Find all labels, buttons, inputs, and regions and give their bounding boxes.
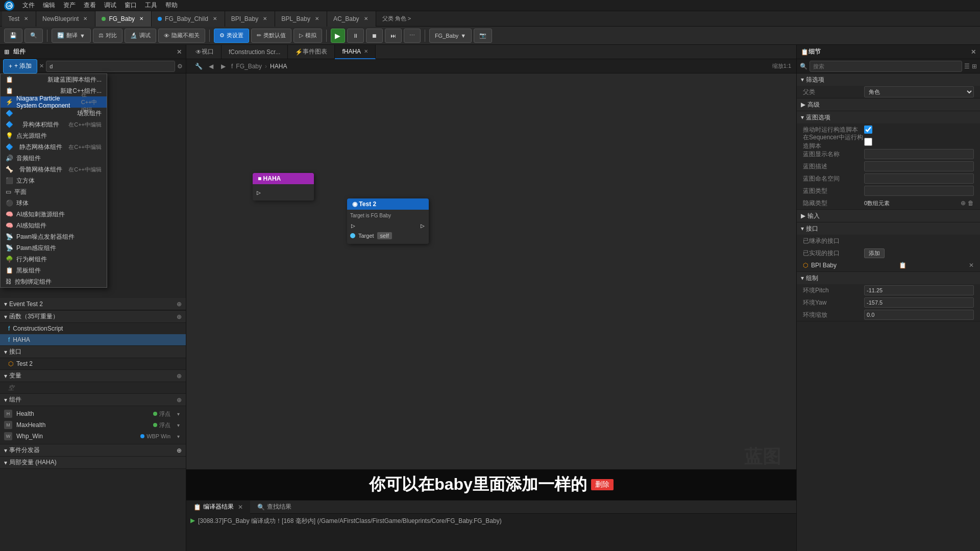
dropdown-sphere[interactable]: ⚫ 球体 (1, 197, 107, 209)
tab-test-close[interactable]: ✕ (22, 15, 30, 22)
compare-btn[interactable]: ⚖ 对比 (93, 29, 122, 43)
hidden-type-add-icon[interactable]: ⊕ (961, 199, 966, 207)
dropdown-plane[interactable]: ▭ 平面 (1, 186, 107, 197)
interface-bpibaby-close[interactable]: ✕ (969, 262, 974, 269)
camera-btn[interactable]: 📷 (474, 29, 492, 43)
dropdown-static-mesh[interactable]: 🔷 静态网格体组件 在C++中编辑 (1, 141, 107, 153)
menu-file[interactable]: 文件 (22, 1, 35, 10)
tab-fgbaby[interactable]: FG_Baby ✕ (95, 11, 152, 27)
tab-acbaby[interactable]: AC_Baby ✕ (327, 11, 376, 27)
dropdown-pawn-sensing[interactable]: 📡 Pawn感应组件 (1, 242, 107, 254)
more-btn[interactable]: ⋯ (404, 29, 421, 43)
input-section-header[interactable]: ▶ 输入 (797, 210, 980, 222)
sub-tab-construction[interactable]: f Construction Scr... (222, 45, 288, 59)
compile-btn[interactable]: ⚙ 类设置 (214, 29, 249, 43)
tab-newblueprint-close[interactable]: ✕ (82, 15, 89, 22)
func-haha[interactable]: f HAHA (0, 334, 186, 345)
func-construction[interactable]: f ConstructionScript (0, 323, 186, 334)
tab-bpibaby[interactable]: BPI_Baby ✕ (225, 11, 275, 27)
run-sequencer-checkbox[interactable] (864, 138, 872, 146)
advanced-section-header[interactable]: ▶ 高级 (797, 98, 980, 111)
tab-bpibaby-close[interactable]: ✕ (261, 15, 268, 22)
sub-tab-eventgraph[interactable]: ⚡ 事件图表 (288, 45, 335, 59)
filter-section-header[interactable]: ▾ 筛选项 (797, 73, 980, 86)
tab-fgbaby-child[interactable]: FG_Baby_Child ✕ (152, 11, 225, 27)
maxhealth-expand[interactable]: ▾ (175, 421, 182, 429)
tab-bplbaby-close[interactable]: ✕ (313, 15, 321, 22)
event-dispatch-header2[interactable]: ▾ 事件分发器 ⊕ (0, 444, 186, 457)
subtitle-delete-btn[interactable]: 删除 (591, 479, 614, 490)
dropdown-niagara[interactable]: ⚡ Niagara Particle System Component 在C++… (1, 96, 107, 108)
pause-btn[interactable]: ⏸ (347, 29, 364, 43)
tab-test[interactable]: Test ✕ (2, 11, 36, 27)
menu-edit[interactable]: 编辑 (43, 1, 55, 10)
translate-btn[interactable]: 🔄 翻译 ▼ (52, 29, 91, 43)
bp-options-header[interactable]: ▾ 蓝图选项 (797, 111, 980, 123)
scale-input[interactable] (864, 310, 974, 320)
test2-node[interactable]: ◉ Test 2 Target is FG Baby ▷ ▷ Target se… (347, 198, 429, 244)
add-component-btn[interactable]: + + 添加 (3, 59, 37, 73)
interface-test2[interactable]: ⬡ Test 2 (0, 358, 186, 369)
debug-btn[interactable]: 🔬 调试 (125, 29, 156, 43)
bp-type-input[interactable] (864, 186, 974, 196)
run-construct-checkbox[interactable] (864, 126, 872, 134)
stop-btn[interactable]: ⏹ (366, 29, 383, 43)
sub-tab-viewport[interactable]: 👁 视口 (188, 45, 222, 59)
tab-fgbabychild-close[interactable]: ✕ (211, 15, 218, 22)
search-toolbar-btn[interactable]: 🔍 (24, 29, 43, 43)
simulation-btn[interactable]: ▷ 模拟 (293, 29, 322, 43)
whpwin-expand[interactable]: ▾ (175, 433, 182, 440)
menu-debug[interactable]: 调试 (104, 1, 116, 10)
health-expand[interactable]: ▾ (175, 410, 182, 417)
dropdown-control-rig[interactable]: ⛓ 控制绑定组件 (1, 276, 107, 287)
tab-newblueprint[interactable]: NewBlueprint ✕ (36, 11, 95, 27)
tab-bplbaby[interactable]: BPL_Baby ✕ (275, 11, 327, 27)
dropdown-behavior-tree[interactable]: 🌳 行为树组件 (1, 254, 107, 265)
menu-tools[interactable]: 工具 (145, 1, 157, 10)
replication-header[interactable]: ▾ 组制 (797, 272, 980, 284)
event-dispatch-add[interactable]: ⊕ (177, 300, 182, 308)
defaults-btn[interactable]: ✏ 类默认值 (251, 29, 291, 43)
implemented-add-btn[interactable]: 添加 (864, 248, 885, 258)
breadcrumb-fgbaby[interactable]: FG_Baby (236, 63, 262, 70)
menu-window[interactable]: 窗口 (125, 1, 137, 10)
nav-forward-btn[interactable]: ▶ (218, 61, 228, 71)
sub-tab-haha[interactable]: f HAHA ✕ (335, 45, 376, 59)
dropdown-class-btn[interactable]: FG_Baby ▼ (429, 29, 472, 43)
dropdown-ai-stimulus[interactable]: 🧠 AI感知刺激源组件 (1, 209, 107, 220)
dropdown-point-light[interactable]: 💡 点光源组件 (1, 130, 107, 141)
panel-close-btn[interactable]: ✕ (177, 48, 182, 56)
search-settings-btn[interactable]: ⚙ (177, 63, 183, 70)
interfaces-left-header[interactable]: ▾ 接口 (0, 346, 186, 358)
dropdown-blackboard[interactable]: 📋 黑板组件 (1, 265, 107, 276)
functions-add[interactable]: ⊕ (177, 313, 182, 320)
tab-fgbaby-close[interactable]: ✕ (138, 15, 145, 22)
variables-header[interactable]: ▾ 变量 ⊕ (0, 370, 186, 382)
dropdown-cube[interactable]: ⬛ 立方体 (1, 175, 107, 186)
show-name-input[interactable] (864, 149, 974, 159)
dropdown-heterogeneous[interactable]: 🔷 异构体积组件 在C++中编辑 (1, 119, 107, 130)
tab-right-btns[interactable]: 父类 角色 > (378, 15, 415, 22)
dropdown-audio[interactable]: 🔊 音频组件 (1, 153, 107, 164)
menu-help[interactable]: 帮助 (165, 1, 178, 10)
internal-vars-header[interactable]: ▾ 局部变量 (HAHA) (0, 457, 186, 469)
compiler-close[interactable]: ✕ (238, 504, 243, 511)
haha-node[interactable]: ■ HAHA ▷ (253, 173, 314, 201)
yaw-input[interactable] (864, 297, 974, 308)
namespace-input[interactable] (864, 173, 974, 184)
variables-add[interactable]: ⊕ (177, 372, 182, 380)
dropdown-skeletal[interactable]: 🦴 骨骼网格体组件 在C++中编辑 (1, 164, 107, 175)
menu-view[interactable]: 查看 (84, 1, 96, 10)
dropdown-ai-perception[interactable]: 🧠 AI感知组件 (1, 220, 107, 231)
functions-header[interactable]: ▾ 函数（35可重量） ⊕ (0, 311, 186, 323)
menu-assets[interactable]: 资产 (63, 1, 76, 10)
search-clear-btn[interactable]: ✕ (39, 63, 44, 69)
hide-unrelated-btn[interactable]: 👁 隐藏不相关 (158, 29, 205, 43)
interface-bpibaby-edit[interactable]: 📋 (899, 262, 906, 269)
comp-maxhealth[interactable]: M MaxHealth 浮点 ▾ (0, 419, 186, 431)
nav-back-btn[interactable]: ◀ (206, 61, 216, 71)
bottom-tab-find[interactable]: 🔍 查找结果 (250, 500, 299, 514)
play-btn[interactable]: ▶ (331, 29, 345, 43)
pitch-input[interactable] (864, 285, 974, 295)
interfaces-section-header[interactable]: ▾ 接口 (797, 222, 980, 235)
